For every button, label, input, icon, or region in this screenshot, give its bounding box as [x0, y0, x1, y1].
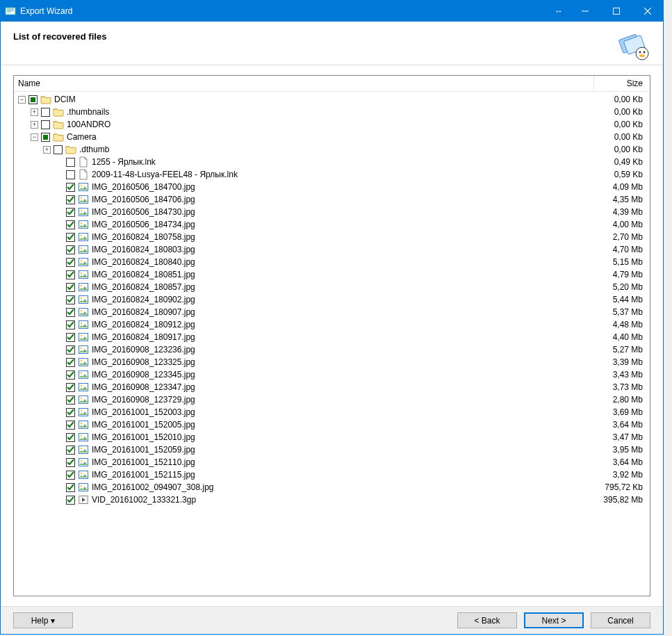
expand-icon[interactable]: + — [43, 146, 51, 154]
minimize-button[interactable] — [569, 1, 600, 22]
tree-row[interactable]: IMG_20160506_184700.jpg4,09 Mb — [14, 181, 650, 193]
checkbox[interactable] — [66, 158, 75, 167]
tree-row[interactable]: −Camera0,00 Kb — [14, 131, 650, 143]
expander-spacer — [56, 209, 63, 216]
expand-icon[interactable]: + — [31, 121, 38, 129]
tree-row[interactable]: IMG_20160908_123236.jpg5,27 Mb — [14, 343, 650, 356]
item-size: 4,40 Mb — [594, 332, 650, 342]
cancel-button[interactable]: Cancel — [591, 612, 650, 628]
collapse-icon[interactable]: − — [31, 133, 38, 141]
checkbox[interactable] — [66, 458, 75, 467]
checkbox[interactable] — [66, 333, 75, 342]
tree-row[interactable]: IMG_20160824_180803.jpg4,70 Mb — [14, 243, 650, 256]
checkbox[interactable] — [54, 145, 63, 154]
tree-row[interactable]: IMG_20160824_180857.jpg5,20 Mb — [14, 281, 650, 293]
back-button[interactable]: < Back — [457, 612, 517, 628]
checkbox[interactable] — [66, 283, 75, 292]
column-size[interactable]: Size — [594, 76, 650, 91]
tree-row[interactable]: VID_20161002_133321.3gp395,82 Mb — [14, 494, 650, 506]
checkbox[interactable] — [66, 370, 75, 380]
tree-row[interactable]: −DCIM0,00 Kb — [14, 93, 650, 106]
checkbox[interactable] — [66, 383, 75, 392]
tree-row[interactable]: IMG_20160506_184734.jpg4,00 Mb — [14, 218, 650, 231]
checkbox[interactable] — [66, 408, 75, 417]
item-name: IMG_20160908_123347.jpg — [92, 382, 594, 392]
checkbox[interactable] — [66, 208, 75, 217]
tree-row[interactable]: IMG_20160908_123347.jpg3,73 Mb — [14, 381, 650, 393]
checkbox[interactable] — [41, 108, 50, 117]
tree-row[interactable]: IMG_20161001_152110.jpg3,64 Mb — [14, 456, 650, 468]
checkbox[interactable] — [41, 120, 50, 129]
close-button[interactable] — [632, 1, 663, 22]
checkbox[interactable] — [66, 183, 75, 192]
checkbox[interactable] — [66, 320, 75, 329]
titlebar[interactable]: Export Wizard ↔ — [1, 1, 663, 22]
tree-row[interactable]: IMG_20160824_180851.jpg4,79 Mb — [14, 268, 650, 281]
tree-row[interactable]: +.dthumb0,00 Kb — [14, 143, 650, 156]
checkbox[interactable] — [66, 195, 75, 204]
tree-row[interactable]: IMG_20160824_180917.jpg4,40 Mb — [14, 331, 650, 343]
checkbox[interactable] — [66, 220, 75, 229]
checkbox[interactable] — [66, 496, 75, 505]
svg-point-58 — [81, 473, 83, 475]
tree-row[interactable]: IMG_20161001_152115.jpg3,92 Mb — [14, 468, 650, 481]
maximize-button[interactable] — [600, 1, 632, 22]
tree-row[interactable]: +100ANDRO0,00 Kb — [14, 118, 650, 131]
checkbox[interactable] — [66, 471, 75, 480]
tree-row[interactable]: IMG_20160824_180902.jpg5,44 Mb — [14, 293, 650, 306]
checkbox[interactable] — [66, 421, 75, 430]
checkbox[interactable] — [66, 295, 75, 304]
image-icon — [78, 244, 89, 255]
expand-icon[interactable]: + — [31, 108, 38, 116]
svg-point-46 — [81, 398, 83, 400]
file-icon — [78, 156, 89, 168]
item-size: 5,20 Mb — [594, 282, 650, 292]
checkbox[interactable] — [66, 270, 75, 279]
tree-row[interactable]: IMG_20161002_094907_308.jpg795,72 Kb — [14, 481, 650, 494]
tree-row[interactable]: IMG_20160506_184730.jpg4,39 Mb — [14, 206, 650, 218]
checkbox[interactable] — [41, 133, 50, 142]
checkbox[interactable] — [66, 258, 75, 267]
checkbox[interactable] — [66, 483, 75, 492]
tree-row[interactable]: IMG_20160824_180840.jpg5,15 Mb — [14, 256, 650, 268]
tree-row[interactable]: IMG_20161001_152005.jpg3,64 Mb — [14, 418, 650, 431]
tree-row[interactable]: IMG_20160824_180912.jpg4,48 Mb — [14, 318, 650, 331]
next-button[interactable]: Next > — [524, 612, 584, 628]
svg-point-28 — [81, 285, 83, 287]
tree-row[interactable]: IMG_20160506_184706.jpg4,35 Mb — [14, 193, 650, 206]
checkbox[interactable] — [66, 245, 75, 254]
checkbox[interactable] — [66, 170, 75, 179]
tree-row[interactable]: IMG_20161001_152059.jpg3,95 Mb — [14, 443, 650, 456]
file-icon — [78, 169, 89, 180]
tree-body[interactable]: −DCIM0,00 Kb+.thumbnails0,00 Kb+100ANDRO… — [14, 92, 650, 596]
checkbox[interactable] — [66, 396, 75, 405]
help-button[interactable]: Help ▾ — [13, 612, 73, 628]
checkbox[interactable] — [66, 358, 75, 367]
expander-spacer — [56, 196, 63, 204]
tree-row[interactable]: +.thumbnails0,00 Kb — [14, 106, 650, 118]
tree-row[interactable]: IMG_20161001_152010.jpg3,47 Mb — [14, 431, 650, 443]
tree-column-header[interactable]: Name Size — [14, 76, 650, 92]
svg-rect-63 — [87, 496, 88, 504]
tree-row[interactable]: IMG_20160824_180758.jpg2,70 Mb — [14, 231, 650, 243]
checkbox[interactable] — [28, 95, 38, 104]
expander-spacer — [56, 396, 63, 404]
tree-row[interactable]: 1255 - Ярлык.lnk0,49 Kb — [14, 156, 650, 168]
collapse-icon[interactable]: − — [18, 96, 26, 104]
checkbox[interactable] — [66, 446, 75, 455]
checkbox[interactable] — [66, 233, 75, 242]
tree-row[interactable]: IMG_20160824_180907.jpg5,37 Mb — [14, 306, 650, 318]
svg-point-9 — [644, 51, 646, 54]
checkbox[interactable] — [66, 308, 75, 317]
column-name[interactable]: Name — [14, 76, 594, 91]
export-wizard-window: Export Wizard ↔ List of recovered files — [0, 0, 664, 635]
content-area: Name Size −DCIM0,00 Kb+.thumbnails0,00 K… — [1, 65, 663, 606]
tree-row[interactable]: 2009-11-48-Lusya-FEEL48 - Ярлык.lnk0,59 … — [14, 168, 650, 181]
tree-row[interactable]: IMG_20160908_123345.jpg3,43 Mb — [14, 368, 650, 381]
expander-spacer — [56, 284, 63, 291]
tree-row[interactable]: IMG_20160908_123325.jpg3,39 Mb — [14, 356, 650, 368]
tree-row[interactable]: IMG_20161001_152003.jpg3,69 Mb — [14, 406, 650, 418]
checkbox[interactable] — [66, 345, 75, 354]
checkbox[interactable] — [66, 433, 75, 442]
tree-row[interactable]: IMG_20160908_123729.jpg2,80 Mb — [14, 393, 650, 406]
